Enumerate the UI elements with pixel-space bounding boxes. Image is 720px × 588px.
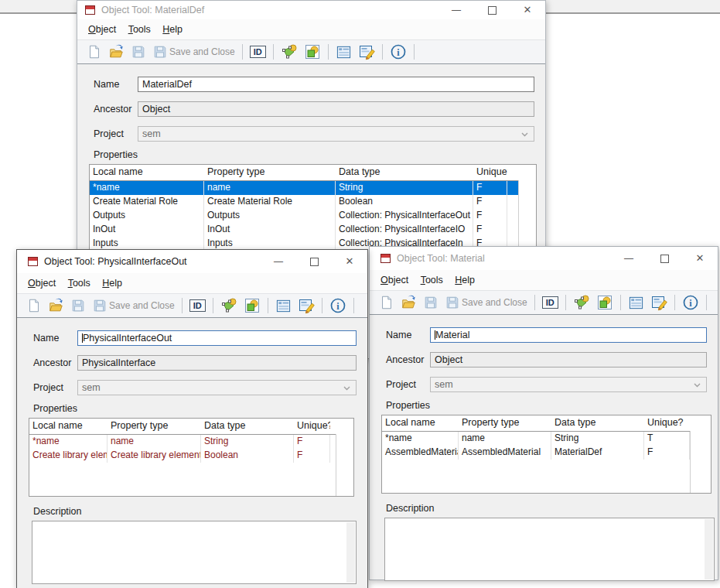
- name-value: PhysicalInterfaceOut: [83, 333, 172, 344]
- insert-shape-button[interactable]: [593, 293, 616, 312]
- save-icon: [131, 44, 146, 60]
- menu-object[interactable]: Object: [376, 274, 413, 286]
- project-dropdown[interactable]: sem: [138, 126, 534, 142]
- form-edit-button[interactable]: [355, 43, 378, 61]
- insert-shape-button[interactable]: [241, 296, 264, 315]
- minimize-button[interactable]: —: [261, 252, 296, 271]
- edit-diagram-button[interactable]: [278, 43, 301, 61]
- save-button[interactable]: [420, 293, 442, 312]
- save-and-close-button[interactable]: Save and Close: [89, 296, 178, 315]
- table-row[interactable]: Outputs Outputs Collection: PhysicalInte…: [90, 209, 519, 223]
- new-button[interactable]: [23, 296, 45, 315]
- col-property-type[interactable]: Property type: [107, 419, 201, 434]
- id-button[interactable]: ID: [186, 296, 209, 315]
- description-input[interactable]: [32, 521, 357, 584]
- menu-object[interactable]: Object: [23, 277, 60, 289]
- save-button[interactable]: [128, 43, 149, 61]
- properties-table[interactable]: Local name Property type Data type Uniqu…: [381, 415, 711, 494]
- open-button[interactable]: [105, 43, 128, 61]
- titlebar[interactable]: Object Tool: PhysicalInterfaceOut — ✕: [17, 250, 367, 273]
- info-button[interactable]: i: [387, 43, 410, 61]
- form-view-button[interactable]: [625, 293, 647, 312]
- ancestor-label: Ancestor: [94, 104, 138, 115]
- col-local-name[interactable]: Local name: [382, 415, 459, 431]
- col-property-type[interactable]: Property type: [459, 415, 551, 431]
- titlebar[interactable]: Object Tool: MaterialDef — ✕: [77, 1, 545, 19]
- open-button[interactable]: [45, 296, 67, 315]
- close-button[interactable]: ✕: [682, 249, 718, 268]
- cell-filler: [507, 209, 519, 223]
- col-data-type[interactable]: Data type: [201, 419, 294, 434]
- project-dropdown[interactable]: sem: [430, 377, 707, 392]
- menu-help[interactable]: Help: [450, 274, 479, 286]
- menu-tools[interactable]: Tools: [416, 274, 448, 286]
- table-row[interactable]: *name name String F: [29, 435, 336, 449]
- table-row[interactable]: *name name String F: [90, 181, 519, 195]
- description-input[interactable]: [384, 518, 715, 581]
- menu-help[interactable]: Help: [158, 23, 187, 36]
- maximize-button[interactable]: [647, 249, 682, 268]
- titlebar[interactable]: Object Tool: Material — ✕: [370, 247, 718, 270]
- edit-diagram-button[interactable]: [570, 293, 593, 312]
- menu-object[interactable]: Object: [84, 23, 121, 36]
- insert-shape-button[interactable]: [301, 43, 324, 61]
- maximize-button[interactable]: [296, 252, 332, 271]
- menu-tools[interactable]: Tools: [124, 23, 155, 36]
- table-row[interactable]: Create library element Create library el…: [29, 449, 336, 463]
- open-button[interactable]: [398, 293, 420, 312]
- col-property-type[interactable]: Property type: [204, 165, 336, 180]
- edit-diagram-button[interactable]: [217, 296, 241, 315]
- cell-local-name: AssembledMaterial: [382, 446, 459, 460]
- col-data-type[interactable]: Data type: [336, 165, 473, 180]
- svg-text:i: i: [397, 47, 400, 58]
- col-unique[interactable]: Unique?: [644, 415, 690, 431]
- form-view-button[interactable]: [272, 296, 295, 315]
- col-filler: [330, 419, 353, 434]
- info-button[interactable]: i: [679, 293, 702, 312]
- col-unique[interactable]: Unique?: [473, 165, 507, 180]
- table-row[interactable]: *name name String T: [382, 432, 694, 446]
- col-local-name[interactable]: Local name: [90, 165, 204, 180]
- id-button[interactable]: ID: [247, 43, 269, 61]
- menu-help[interactable]: Help: [97, 277, 127, 289]
- form-view-button[interactable]: [333, 43, 355, 61]
- svg-text:i: i: [336, 301, 340, 312]
- close-button[interactable]: ✕: [510, 1, 545, 19]
- table-header[interactable]: Local name Property type Data type Uniqu…: [29, 419, 353, 435]
- project-dropdown[interactable]: sem: [77, 380, 357, 395]
- new-button[interactable]: [84, 43, 105, 61]
- cell-property-type: Create Material Role: [204, 195, 336, 209]
- minimize-button[interactable]: —: [611, 249, 647, 268]
- table-scrollbar[interactable]: [336, 434, 353, 496]
- new-button[interactable]: [376, 293, 398, 312]
- id-button[interactable]: ID: [539, 293, 561, 312]
- table-row[interactable]: Create Material Role Create Material Rol…: [90, 195, 519, 209]
- minimize-button[interactable]: —: [438, 1, 474, 19]
- table-header[interactable]: Local name Property type Data type Uniqu…: [90, 165, 536, 181]
- menu-tools[interactable]: Tools: [63, 277, 95, 289]
- save-and-close-label: Save and Close: [109, 300, 175, 311]
- info-button[interactable]: i: [326, 296, 350, 315]
- col-local-name[interactable]: Local name: [29, 419, 107, 434]
- form-edit-button[interactable]: [295, 296, 318, 315]
- table-scrollbar[interactable]: [690, 431, 711, 493]
- cell-local-name: Create library element: [29, 449, 107, 463]
- save-and-close-button[interactable]: Save and Close: [149, 43, 238, 61]
- name-input[interactable]: MaterialDef: [138, 77, 534, 92]
- maximize-button[interactable]: [474, 1, 510, 19]
- save-and-close-button[interactable]: Save and Close: [442, 293, 531, 312]
- col-unique[interactable]: Unique?: [294, 419, 330, 434]
- table-header[interactable]: Local name Property type Data type Uniqu…: [382, 415, 711, 432]
- name-input[interactable]: PhysicalInterfaceOut: [77, 330, 357, 346]
- close-button[interactable]: ✕: [332, 252, 367, 271]
- table-row[interactable]: InOut InOut Collection: PhysicalInterfac…: [90, 223, 519, 237]
- col-data-type[interactable]: Data type: [551, 415, 644, 431]
- save-button[interactable]: [67, 296, 89, 315]
- form-edit-icon: [298, 297, 315, 314]
- properties-table[interactable]: Local name Property type Data type Uniqu…: [29, 418, 354, 497]
- name-input[interactable]: Material: [430, 327, 707, 343]
- properties-label: Properties: [94, 149, 545, 160]
- table-row[interactable]: AssembledMaterial AssembledMaterial Mate…: [382, 446, 694, 460]
- form-edit-button[interactable]: [647, 293, 671, 312]
- ancestor-value: Object: [435, 354, 462, 365]
